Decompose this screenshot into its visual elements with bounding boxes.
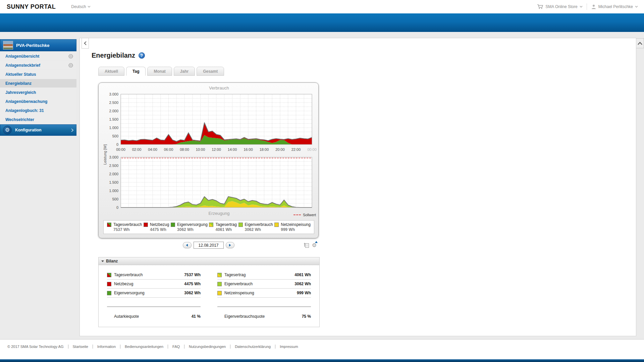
bilanz-label: Tagesertrag (224, 273, 294, 277)
scroll-top-button[interactable] (636, 38, 644, 48)
svg-text:0: 0 (116, 142, 118, 146)
svg-text:0: 0 (116, 205, 118, 209)
sidebar-item-wechselrichter[interactable]: Wechselrichter (0, 115, 76, 124)
chevron-down-icon (580, 6, 583, 8)
bilanz-row-tagesertrag: Tagesertrag 4061 Wh (217, 270, 311, 280)
tab-label: Jahr (180, 69, 189, 74)
sidebar-item-anlagenueberwachung[interactable]: Anlagenüberwachung (0, 97, 76, 106)
legend-swatch (274, 223, 279, 227)
svg-text:3.000: 3.000 (109, 155, 118, 159)
sidebar-item-anlagenlogbuch[interactable]: Anlagenlogbuch: 31 (0, 106, 76, 115)
legend-label: Netzbezug (150, 222, 169, 227)
bilanz-row-eigenversorgung: Eigenversorgung 3062 Wh (107, 289, 201, 298)
sidebar-item-label: Anlagensteckbrief (5, 63, 40, 68)
sollwert-dash-icon (293, 215, 301, 215)
language-selector[interactable]: Deutsch (71, 4, 91, 9)
legend-value: 3062 Wh (245, 227, 273, 232)
collapse-triangle-icon (101, 260, 104, 262)
sidebar-item-konfiguration[interactable]: ⚙ Konfiguration (0, 124, 76, 136)
config-label: Konfiguration (15, 128, 42, 132)
plant-header[interactable]: PVA-Perlitschke (0, 39, 76, 51)
chart-title-erzeugung: Erzeugung (99, 211, 317, 217)
globe-icon (68, 63, 73, 68)
page-title: Energiebilanz (92, 52, 135, 59)
store-menu[interactable]: SMA Online Store (537, 4, 582, 9)
svg-text:04:00: 04:00 (148, 147, 157, 152)
sidebar-item-energiebilanz[interactable]: Energiebilanz (0, 79, 76, 87)
legend-label: Eigenverbrauch (245, 222, 273, 227)
sollwert-legend: Sollwert (293, 213, 316, 217)
export-button[interactable] (304, 242, 309, 248)
collapse-sidebar-button[interactable] (82, 38, 89, 49)
header-divider (587, 4, 587, 10)
svg-text:1.500: 1.500 (109, 117, 118, 121)
bilanz-row-eigenverbrauch: Eigenverbrauch 3062 Wh (217, 280, 311, 289)
svg-text:06:00: 06:00 (164, 147, 173, 152)
sidebar-item-anlagensteckbrief[interactable]: Anlagensteckbrief (0, 61, 76, 69)
tab-gesamt[interactable]: Gesamt (197, 67, 224, 76)
quote-value: 41 % (192, 314, 201, 319)
help-icon[interactable]: ? (139, 52, 145, 59)
bilanz-label: Netzeinspeisung (224, 291, 297, 295)
footer-link[interactable]: FAQ (168, 345, 184, 349)
bilanz-panel: Bilanz Tagesverbrauch 7537 Wh Netzbezug … (98, 257, 320, 327)
chevron-down-icon (635, 6, 638, 8)
legend-item-tagesertrag: Tagesertrag 4061 Wh (209, 222, 236, 232)
sidebar-item-jahresvergleich[interactable]: Jahresvergleich (0, 88, 76, 97)
footer-link[interactable]: Datenschutzerklärung (230, 345, 275, 349)
legend-item-netzbezug: Netzbezug 4475 Wh (144, 222, 169, 232)
svg-text:22:00: 22:00 (291, 147, 301, 152)
store-label: SMA Online Store (545, 4, 577, 9)
bilanz-value: 7537 Wh (184, 273, 201, 277)
globe-icon (68, 54, 73, 59)
divider (217, 306, 311, 307)
tab-monat[interactable]: Monat (147, 67, 172, 76)
svg-text:14:00: 14:00 (228, 147, 237, 152)
svg-text:10:00: 10:00 (196, 147, 205, 152)
bilanz-left-column: Tagesverbrauch 7537 Wh Netzbezug 4475 Wh… (107, 270, 201, 298)
tab-label: Monat (154, 69, 165, 74)
svg-text:02:00: 02:00 (132, 147, 142, 152)
chart-settings-button[interactable]: ⚙ (312, 242, 317, 248)
bilanz-header[interactable]: Bilanz (99, 257, 319, 265)
footer-link[interactable]: Nutzungsbedingungen (184, 345, 230, 349)
next-day-button[interactable] (226, 242, 234, 248)
svg-text:08:00: 08:00 (180, 147, 189, 152)
triangle-left-icon (186, 244, 188, 247)
tab-tag[interactable]: Tag (126, 67, 146, 76)
sollwert-label: Sollwert (303, 213, 316, 217)
sidebar-menu: Anlagenübersicht Anlagensteckbrief Aktue… (0, 52, 76, 124)
prev-day-button[interactable] (183, 242, 192, 248)
footer-copyright: © 2017 SMA Solar Technology AG (7, 345, 68, 349)
sidebar-item-label: Wechselrichter (5, 117, 34, 122)
plant-name: PVA-Perlitschke (16, 43, 49, 48)
footer-link[interactable]: Information (93, 345, 120, 349)
svg-text:1.000: 1.000 (109, 189, 118, 193)
svg-text:00:00: 00:00 (307, 147, 317, 152)
energy-chart-panel: Verbrauch 05001.0001.5002.0002.5003.0000… (98, 82, 319, 238)
bilanz-swatch (217, 273, 222, 277)
tab-jahr[interactable]: Jahr (174, 67, 195, 76)
footer-link[interactable]: Bedienungsanleitungen (120, 345, 168, 349)
footer-link[interactable]: Impressum (275, 345, 302, 349)
footer-link[interactable]: Startseite (68, 345, 93, 349)
bilanz-row-tagesverbrauch: Tagesverbrauch 7537 Wh (107, 270, 201, 280)
sidebar-item-anlagenuebersicht[interactable]: Anlagenübersicht (0, 52, 76, 60)
autarkiequote-row: Autarkiequote 41 % (107, 312, 201, 321)
user-menu[interactable]: Michael Perlitschke (591, 4, 638, 9)
tab-label: Gesamt (203, 69, 218, 74)
sidebar-item-label: Anlagenüberwachung (5, 99, 47, 104)
legend-swatch (171, 223, 175, 227)
bilanz-swatch (217, 291, 222, 295)
legend-item-eigenversorgung: Eigenversorgung 3062 Wh (171, 222, 208, 232)
svg-text:2.000: 2.000 (109, 109, 118, 113)
bilanz-swatch (107, 282, 111, 286)
quote-label: Autarkiequote (114, 314, 192, 319)
date-input[interactable] (194, 242, 224, 249)
bottom-bar (0, 359, 644, 362)
tab-aktuell[interactable]: Aktuell (98, 67, 124, 76)
sidebar-item-aktueller-status[interactable]: Aktueller Status (0, 70, 76, 78)
legend-swatch (107, 223, 111, 227)
bilanz-label: Netzbezug (114, 282, 184, 286)
triangle-right-icon (229, 244, 231, 247)
